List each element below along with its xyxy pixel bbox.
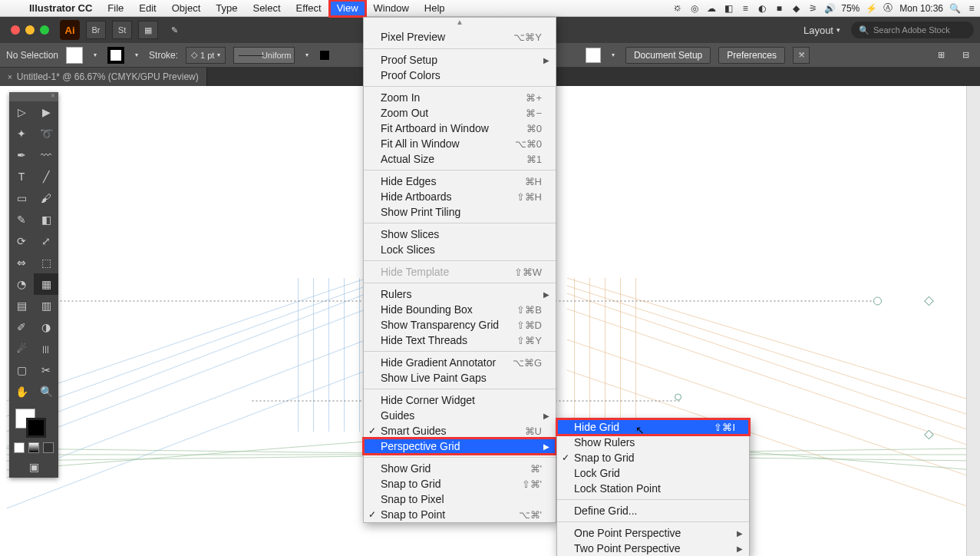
magic-wand-tool[interactable]: ✦: [9, 123, 34, 144]
menu-smart-guides[interactable]: ✓Smart Guides⌘U: [364, 423, 556, 439]
scale-tool[interactable]: ⤢: [34, 230, 58, 252]
style-swatch[interactable]: [586, 48, 601, 63]
menu-perspective-grid[interactable]: Perspective Grid▶: [364, 439, 556, 454]
preferences-button[interactable]: Preferences: [718, 47, 785, 64]
menu-snap-to-pixel[interactable]: Snap to Pixel: [364, 491, 556, 507]
notification-icon[interactable]: ≡: [963, 3, 980, 14]
spotlight-icon[interactable]: 🔍: [946, 3, 963, 14]
sys-icon[interactable]: ■: [770, 3, 787, 14]
menu-snap-to-grid[interactable]: Snap to Grid⇧⌘': [364, 476, 556, 491]
mesh-tool[interactable]: ▤: [9, 295, 34, 316]
sys-icon[interactable]: ◆: [787, 3, 804, 14]
menu-select[interactable]: Select: [245, 0, 288, 17]
menu-fit-artboard[interactable]: Fit Artboard in Window⌘0: [364, 121, 556, 136]
rotate-tool[interactable]: ⟳: [9, 230, 34, 252]
panel-toggle-1[interactable]: ⊞: [932, 47, 949, 64]
line-tool[interactable]: ╱: [34, 166, 58, 187]
menu-hide-bounding-box[interactable]: Hide Bounding Box⇧⌘B: [364, 302, 556, 317]
blend-tool[interactable]: ◑: [34, 316, 58, 338]
hand-tool[interactable]: ✋: [9, 381, 34, 402]
submenu-one-point-perspective[interactable]: One Point Perspective▶: [557, 525, 749, 541]
document-tab[interactable]: × Untitled-1* @ 66.67% (CMYK/GPU Preview…: [0, 68, 207, 86]
app-name[interactable]: Illustrator CC: [21, 2, 100, 14]
menu-edit[interactable]: Edit: [131, 0, 163, 17]
menu-fit-all[interactable]: Fit All in Window⌥⌘0: [364, 136, 556, 151]
submenu-two-point-perspective[interactable]: Two Point Perspective▶: [557, 541, 749, 556]
type-tool[interactable]: T: [9, 166, 34, 187]
menu-pixel-preview[interactable]: Pixel Preview⌥⌘Y: [364, 28, 556, 45]
toolbox-header[interactable]: [9, 92, 58, 101]
document-setup-button[interactable]: Document Setup: [625, 47, 711, 64]
vertical-scrollbar[interactable]: [966, 86, 980, 556]
scroll-up-arrow[interactable]: ▲: [364, 18, 556, 28]
menu-show-grid[interactable]: Show Grid⌘': [364, 461, 556, 476]
search-stock[interactable]: 🔍 Search Adobe Stock: [851, 22, 974, 38]
submenu-snap-to-grid[interactable]: ✓Snap to Grid: [557, 450, 749, 465]
submenu-define-grid[interactable]: Define Grid...: [557, 503, 749, 518]
paintbrush-tool[interactable]: 🖌: [34, 187, 58, 209]
fill-swatch[interactable]: [66, 47, 83, 64]
minimize-window[interactable]: [25, 25, 35, 35]
sys-icon[interactable]: ⛭: [669, 3, 686, 14]
screen-mode[interactable]: ▣: [9, 456, 58, 478]
fill-stroke-control[interactable]: [9, 405, 58, 439]
rectangle-tool[interactable]: ▭: [9, 187, 34, 209]
perspective-grid-tool[interactable]: ▦: [34, 273, 58, 295]
stroke-box[interactable]: [26, 418, 46, 438]
stock-button[interactable]: St: [112, 21, 132, 39]
sys-icon[interactable]: ◐: [754, 3, 770, 14]
fill-dd[interactable]: ▾: [91, 51, 100, 58]
width-tool[interactable]: ⇔: [9, 252, 34, 273]
menu-effect[interactable]: Effect: [289, 0, 329, 17]
free-transform-tool[interactable]: ⬚: [34, 252, 58, 273]
menu-hide-corner-widget[interactable]: Hide Corner Widget: [364, 392, 556, 408]
menu-zoom-in[interactable]: Zoom In⌘+: [364, 90, 556, 105]
lasso-tool[interactable]: ➰: [34, 123, 58, 144]
slice-tool[interactable]: ✂: [34, 359, 58, 381]
submenu-hide-grid[interactable]: Hide Grid⇧⌘I: [557, 419, 749, 435]
menu-help[interactable]: Help: [417, 0, 453, 17]
menu-show-slices[interactable]: Show Slices: [364, 227, 556, 242]
menu-hide-artboards[interactable]: Hide Artboards⇧⌘H: [364, 189, 556, 204]
stroke-weight[interactable]: ◇1 pt▾: [186, 47, 226, 64]
close-window[interactable]: [11, 25, 20, 35]
opacity-swatch[interactable]: [319, 50, 330, 61]
direct-selection-tool[interactable]: ▶: [34, 101, 58, 123]
curvature-tool[interactable]: 〰: [34, 144, 58, 166]
menu-show-transparency-grid[interactable]: Show Transparency Grid⇧⌘D: [364, 317, 556, 333]
panel-toggle-2[interactable]: ⊟: [957, 47, 974, 64]
column-graph-tool[interactable]: ⫼: [34, 338, 58, 359]
menu-window[interactable]: Window: [366, 0, 417, 17]
menu-rulers[interactable]: Rulers▶: [364, 286, 556, 302]
menu-show-print-tiling[interactable]: Show Print Tiling: [364, 204, 556, 220]
brush-profile[interactable]: Uniform: [233, 47, 295, 64]
menu-file[interactable]: File: [100, 0, 131, 17]
color-mode-normal[interactable]: [14, 442, 25, 453]
menu-proof-colors[interactable]: Proof Colors: [364, 68, 556, 83]
sys-icon[interactable]: ☁: [703, 3, 720, 14]
menu-snap-to-point[interactable]: ✓Snap to Point⌥⌘': [364, 507, 556, 522]
menu-guides[interactable]: Guides▶: [364, 408, 556, 423]
symbol-sprayer-tool[interactable]: ☄: [9, 338, 34, 359]
selection-tool[interactable]: ▷: [9, 101, 34, 123]
submenu-lock-station-point[interactable]: Lock Station Point: [557, 481, 749, 496]
artboard-tool[interactable]: ▢: [9, 359, 34, 381]
sys-icon[interactable]: ◎: [686, 3, 703, 14]
shaper-tool[interactable]: ✎: [9, 209, 34, 230]
menu-object[interactable]: Object: [164, 0, 209, 17]
eraser-tool[interactable]: ◧: [34, 209, 58, 230]
eyedropper-tool[interactable]: ✐: [9, 316, 34, 338]
menu-hide-gradient-annotator[interactable]: Hide Gradient Annotator⌥⌘G: [364, 355, 556, 370]
menu-type[interactable]: Type: [208, 0, 245, 17]
zoom-window[interactable]: [40, 25, 49, 35]
sys-icon[interactable]: ◧: [720, 3, 737, 14]
stroke-dd[interactable]: ▾: [132, 51, 141, 58]
volume-icon[interactable]: 🔊: [821, 3, 838, 14]
submenu-show-rulers[interactable]: Show Rulers: [557, 435, 749, 450]
workspace-switcher[interactable]: Layout: [799, 25, 845, 36]
menu-view[interactable]: View: [329, 0, 366, 17]
submenu-lock-grid[interactable]: Lock Grid: [557, 465, 749, 481]
menu-show-live-paint-gaps[interactable]: Show Live Paint Gaps: [364, 370, 556, 386]
pen-tool[interactable]: ✒: [9, 144, 34, 166]
menu-zoom-out[interactable]: Zoom Out⌘−: [364, 105, 556, 121]
